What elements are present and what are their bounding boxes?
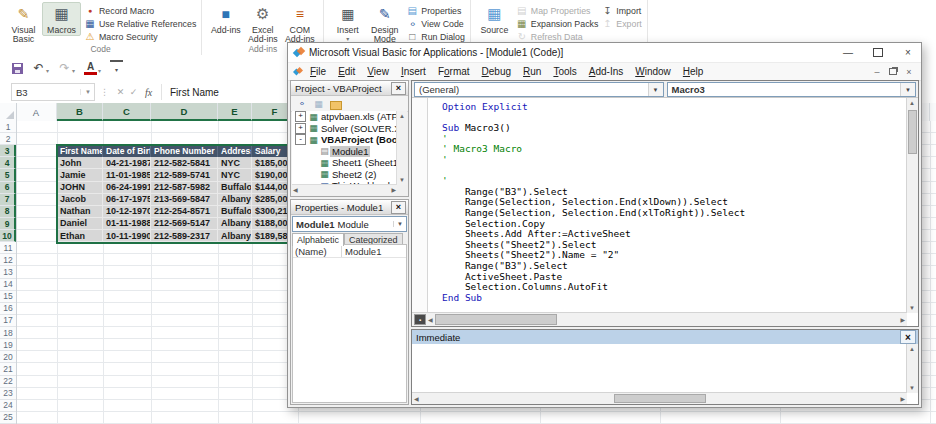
- project-item-sheet2-2[interactable]: Sheet2 (2): [292, 169, 396, 181]
- ribbon-button-visual-basic[interactable]: Visual Basic: [5, 2, 42, 44]
- immediate-close-icon[interactable]: ×: [900, 330, 916, 344]
- ribbon-button-view-code[interactable]: View Code: [406, 18, 465, 29]
- scroll-up-icon[interactable]: ▲: [909, 346, 915, 352]
- scroll-up-icon[interactable]: ▲: [909, 100, 915, 106]
- table-header-cell-phone-number[interactable]: Phone Number: [151, 145, 218, 157]
- scroll-down-icon[interactable]: ▼: [909, 385, 915, 391]
- ribbon-button-expansion-packs[interactable]: Expansion Packs: [516, 18, 598, 29]
- dropdown-arrow-icon[interactable]: ▾: [46, 67, 49, 75]
- column-header-b[interactable]: B: [57, 103, 103, 121]
- insert-function-button[interactable]: fx: [140, 87, 157, 98]
- scroll-right-icon[interactable]: ▶: [391, 187, 396, 193]
- menu-debug[interactable]: Debug: [476, 66, 517, 77]
- table-cell[interactable]: Buffalo: [218, 182, 252, 194]
- ribbon-button-excel-add-ins[interactable]: Excel Add-ins: [244, 2, 281, 44]
- select-all-corner[interactable]: [0, 103, 17, 121]
- row-header-2[interactable]: 2: [0, 133, 16, 145]
- menu-edit[interactable]: Edit: [332, 66, 361, 77]
- row-header-17[interactable]: 17: [0, 315, 16, 327]
- table-cell[interactable]: Nathan: [57, 206, 103, 218]
- tab-alphabetic[interactable]: Alphabetic: [292, 233, 344, 246]
- row-header-8[interactable]: 8: [0, 206, 16, 218]
- table-cell[interactable]: Buffalo: [218, 206, 252, 218]
- scroll-right-icon[interactable]: ▶: [900, 317, 907, 323]
- table-cell[interactable]: Jacob: [57, 194, 103, 206]
- table-cell[interactable]: Albany: [218, 194, 252, 206]
- scroll-up-icon[interactable]: ▲: [399, 113, 405, 119]
- project-item-sheet1-sheet1[interactable]: Sheet1 (Sheet1): [292, 157, 396, 169]
- procedure-dropdown[interactable]: Macro3 ▼: [667, 82, 917, 97]
- project-item-vbaproject-book1[interactable]: -VBAProject (Book1): [292, 134, 396, 146]
- ribbon-button-run-dialog[interactable]: Run Dialog: [406, 31, 465, 42]
- ribbon-button-refresh-data[interactable]: Refresh Data: [516, 31, 598, 42]
- object-dropdown-icon[interactable]: ▼: [648, 83, 663, 96]
- column-header-a[interactable]: A: [16, 103, 57, 121]
- menu-tools[interactable]: Tools: [547, 66, 582, 77]
- row-header-7[interactable]: 7: [0, 194, 16, 206]
- menu-run[interactable]: Run: [517, 66, 547, 77]
- immediate-hscrollbar[interactable]: ◀ ▶: [412, 392, 907, 404]
- row-header-1[interactable]: 1: [0, 121, 16, 133]
- tree-expander-icon[interactable]: +: [295, 111, 306, 122]
- child-restore-button[interactable]: [885, 67, 901, 77]
- ribbon-button-com-add-ins[interactable]: COM Add-ins: [281, 2, 318, 44]
- scroll-right-icon[interactable]: ▶: [900, 396, 905, 402]
- table-cell[interactable]: Albany: [218, 218, 252, 230]
- row-header-11[interactable]: 11: [0, 242, 16, 254]
- ribbon-button-add-ins[interactable]: Add-ins: [207, 2, 244, 35]
- view-code-tool-icon[interactable]: [295, 98, 308, 110]
- project-item-module1[interactable]: Module1: [292, 146, 396, 158]
- dropdown-arrow-icon[interactable]: ▾: [72, 67, 75, 75]
- selector-dropdown-icon[interactable]: ▼: [393, 221, 406, 227]
- ribbon-button-map-properties[interactable]: Map Properties: [516, 5, 598, 16]
- row-header-3[interactable]: 3: [0, 145, 16, 157]
- procedure-view-button[interactable]: ▪: [414, 314, 426, 325]
- tree-expander-icon[interactable]: -: [295, 134, 306, 145]
- font-color-button[interactable]: A▾: [84, 62, 101, 75]
- table-cell[interactable]: 10-11-1990: [103, 230, 151, 242]
- properties-close-icon[interactable]: ×: [391, 201, 406, 214]
- table-cell[interactable]: Jamie: [57, 169, 103, 181]
- table-cell[interactable]: 10-12-1970: [103, 206, 151, 218]
- toggle-folders-tool-icon[interactable]: [329, 98, 342, 110]
- maximize-button[interactable]: [865, 44, 891, 61]
- table-cell[interactable]: JOHN: [57, 182, 103, 194]
- minimize-button[interactable]: —: [835, 44, 861, 61]
- table-cell[interactable]: NYC: [218, 169, 252, 181]
- hscroll-thumb[interactable]: [435, 314, 557, 325]
- object-dropdown[interactable]: (General) ▼: [414, 82, 664, 97]
- redo-button[interactable]: ▾: [58, 62, 75, 75]
- menu-add-ins[interactable]: Add-Ins: [583, 66, 629, 77]
- immediate-content[interactable]: [412, 344, 907, 393]
- table-cell[interactable]: 212-589-5741: [151, 169, 218, 181]
- menu-view[interactable]: View: [361, 66, 395, 77]
- row-header-25[interactable]: 25: [0, 412, 16, 424]
- tree-expander-icon[interactable]: +: [295, 123, 306, 134]
- save-button[interactable]: [12, 63, 23, 74]
- properties-titlebar[interactable]: Properties - Module1 ×: [291, 200, 408, 215]
- row-header-4[interactable]: 4: [0, 157, 16, 169]
- table-cell[interactable]: 213-569-5847: [151, 194, 218, 206]
- procedure-dropdown-icon[interactable]: ▼: [900, 83, 915, 96]
- project-tree-vscrollbar[interactable]: ▲ ▼: [396, 111, 407, 185]
- row-header-18[interactable]: 18: [0, 327, 16, 339]
- table-cell[interactable]: 212-254-8571: [151, 206, 218, 218]
- view-object-tool-icon[interactable]: [312, 98, 325, 110]
- row-header-9[interactable]: 9: [0, 218, 16, 230]
- close-button[interactable]: ×: [895, 44, 921, 61]
- column-header-c[interactable]: C: [103, 103, 151, 121]
- table-cell[interactable]: NYC: [218, 157, 252, 169]
- child-close-button[interactable]: ×: [901, 67, 917, 77]
- project-item-solver-solver-xlam[interactable]: +Solver (SOLVER.XLAM): [292, 123, 396, 135]
- project-explorer-titlebar[interactable]: Project - VBAProject ×: [291, 81, 408, 96]
- menu-window[interactable]: Window: [629, 66, 677, 77]
- table-cell[interactable]: 06-24-1991: [103, 182, 151, 194]
- table-header-cell-date-of-birth[interactable]: Date of Birth: [103, 145, 151, 157]
- table-cell[interactable]: 212-582-5841: [151, 157, 218, 169]
- row-header-20[interactable]: 20: [0, 351, 16, 363]
- ribbon-button-import[interactable]: Import: [601, 5, 641, 16]
- table-cell[interactable]: 212-589-2317: [151, 230, 218, 242]
- sheet-row-25[interactable]: [16, 412, 936, 424]
- row-header-22[interactable]: 22: [0, 376, 16, 388]
- row-header-19[interactable]: 19: [0, 339, 16, 351]
